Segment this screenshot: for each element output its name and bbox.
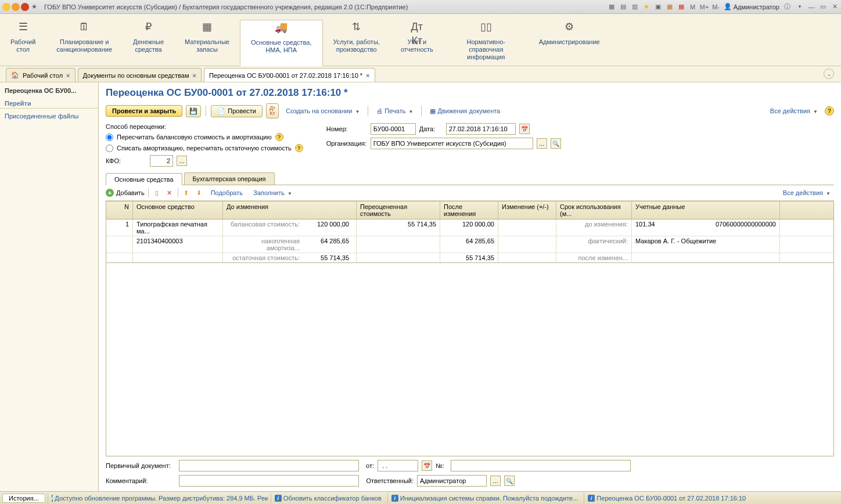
table-row[interactable]: остаточная стоимость:55 714,35 55 714,35… bbox=[106, 253, 833, 263]
grid-body[interactable]: 1 Типографская печатная ма... балансовая… bbox=[106, 219, 833, 456]
resp-open-button[interactable]: 🔍 bbox=[504, 476, 515, 486]
resp-input[interactable] bbox=[417, 475, 487, 487]
comment-input[interactable] bbox=[179, 475, 359, 487]
table-row[interactable]: 2101340400003 накопленная амортиза...64 … bbox=[106, 236, 833, 253]
org-input[interactable] bbox=[371, 138, 533, 149]
grid-icon[interactable]: ▦ bbox=[666, 3, 674, 11]
section-admin[interactable]: ⚙Администрирование bbox=[529, 20, 610, 66]
toolbar-icon[interactable]: ▤ bbox=[619, 3, 627, 11]
col-reval[interactable]: Переоцененная стоимость bbox=[357, 201, 440, 219]
m-minus-button[interactable]: M- bbox=[712, 3, 720, 11]
toolbar-icon[interactable]: ▣ bbox=[654, 3, 662, 11]
col-n[interactable]: N bbox=[106, 201, 133, 219]
post-button[interactable]: 📄Провести bbox=[211, 105, 263, 117]
grid-all-actions-button[interactable]: Все действия ▼ bbox=[779, 188, 834, 198]
date-label: Дата: bbox=[419, 125, 443, 132]
col-after[interactable]: После изменения bbox=[440, 201, 498, 219]
user-menu[interactable]: 👤 Администратор bbox=[724, 3, 779, 10]
col-acct[interactable]: Учетные данные bbox=[632, 201, 780, 219]
back-button[interactable] bbox=[12, 3, 20, 11]
m-plus-button[interactable]: M+ bbox=[700, 3, 709, 11]
add-button[interactable]: +Добавить bbox=[106, 189, 145, 197]
section-planning[interactable]: 🗓Планирование исанкционирование bbox=[46, 20, 123, 66]
tab-revaluation[interactable]: Переоценка ОС БУ00-0001 от 27.02.2018 17… bbox=[204, 68, 375, 82]
org-open-button[interactable]: 🔍 bbox=[551, 138, 561, 149]
delete-icon[interactable]: ✕ bbox=[165, 188, 174, 197]
num-input[interactable] bbox=[451, 460, 631, 471]
status-item[interactable]: iДоступно обновление программы. Размер д… bbox=[48, 493, 268, 503]
tab-close-icon[interactable]: × bbox=[193, 72, 196, 79]
inner-tab-accounting[interactable]: Бухгалтерская операция bbox=[184, 172, 275, 185]
number-input[interactable] bbox=[371, 123, 416, 135]
app-icon bbox=[2, 3, 10, 11]
calendar-icon[interactable]: ▦ bbox=[677, 3, 685, 11]
ot-date-input[interactable] bbox=[378, 460, 418, 471]
table-row[interactable]: 1 Типографская печатная ма... балансовая… bbox=[106, 219, 833, 236]
kfo-select-button[interactable]: … bbox=[177, 156, 187, 166]
status-item[interactable]: iПереоценка ОС БУ00-0001 от 27.02.2018 1… bbox=[584, 493, 749, 503]
minimize-button[interactable]: — bbox=[807, 3, 815, 11]
radio-writeoff-deprec[interactable] bbox=[106, 145, 113, 152]
section-desktop[interactable]: ☰Рабочийстол bbox=[0, 20, 46, 66]
all-actions-button[interactable]: Все действия ▼ bbox=[767, 106, 821, 116]
calendar-button[interactable]: 📅 bbox=[519, 124, 530, 134]
status-item[interactable]: iИнициализация системы справки. Пожалуйс… bbox=[387, 493, 582, 503]
select-button[interactable]: Подобрать bbox=[207, 188, 246, 198]
resp-select-button[interactable]: … bbox=[490, 476, 501, 486]
section-fixed-assets[interactable]: 🚚Основные средства,НМА, НПА bbox=[240, 20, 323, 66]
date-input[interactable] bbox=[446, 123, 516, 135]
tab-documents[interactable]: Документы по основным средствам × bbox=[78, 68, 202, 82]
star-icon[interactable]: ★ bbox=[642, 3, 650, 11]
help-icon[interactable]: ? bbox=[295, 144, 303, 152]
col-name[interactable]: Основное средство bbox=[133, 201, 223, 219]
close-button[interactable]: ✕ bbox=[831, 3, 839, 11]
toolbar-icon[interactable]: ▥ bbox=[631, 3, 639, 11]
sidebar-link-attachments[interactable]: Присоединенные файлы bbox=[0, 111, 98, 121]
move-down-icon[interactable]: ⬇ bbox=[195, 188, 204, 197]
primary-doc-input[interactable] bbox=[179, 460, 359, 471]
status-item[interactable]: iОбновить классификатор банков bbox=[271, 493, 385, 503]
section-money[interactable]: ₽Денежныесредства bbox=[123, 20, 174, 66]
info-icon[interactable]: ⓘ bbox=[783, 3, 791, 11]
chevron-down-icon: ▼ bbox=[813, 109, 818, 114]
m-button[interactable]: M bbox=[689, 3, 697, 11]
movements-button[interactable]: ▦ Движения документа bbox=[426, 106, 504, 117]
calendar-button[interactable]: 📅 bbox=[422, 460, 432, 471]
post-close-button[interactable]: Провести и закрыть bbox=[106, 105, 182, 117]
kfo-input[interactable] bbox=[150, 155, 173, 167]
help-icon[interactable]: ? bbox=[275, 133, 283, 141]
maximize-button[interactable]: ▭ bbox=[819, 3, 827, 11]
fill-button[interactable]: Заполнить ▼ bbox=[250, 188, 296, 198]
section-services[interactable]: ⇅Услуги, работы,производство bbox=[323, 20, 390, 66]
toolbar-icon[interactable]: ▦ bbox=[608, 3, 616, 11]
home-icon: 🏠 bbox=[11, 71, 19, 79]
col-before[interactable]: До изменения bbox=[223, 201, 357, 219]
help-button[interactable]: ? bbox=[825, 106, 834, 116]
section-reference[interactable]: ▯▯Нормативно-справочнаяинформация bbox=[444, 20, 529, 66]
forward-button[interactable] bbox=[21, 3, 29, 11]
dropdown-icon[interactable]: ▼ bbox=[796, 3, 804, 11]
col-change[interactable]: Изменение (+/-) bbox=[498, 201, 556, 219]
save-button[interactable]: 💾 bbox=[186, 105, 201, 117]
print-button[interactable]: 🖨 Печать ▼ bbox=[373, 106, 416, 116]
col-srok[interactable]: Срок использования (м... bbox=[556, 201, 632, 219]
resp-label: Ответственный: bbox=[362, 477, 414, 484]
radio-recalc-balance[interactable] bbox=[106, 134, 113, 141]
tab-close-icon[interactable]: × bbox=[366, 72, 369, 79]
tab-desktop[interactable]: 🏠 Рабочий стол × bbox=[6, 68, 76, 82]
org-select-button[interactable]: … bbox=[537, 138, 547, 149]
move-up-icon[interactable]: ⬆ bbox=[182, 188, 191, 197]
copy-icon[interactable]: ▯ bbox=[152, 188, 161, 197]
ot-label: от: bbox=[362, 462, 374, 469]
tabs-chevron-icon[interactable]: ⌄ bbox=[824, 69, 834, 79]
create-based-button[interactable]: Создать на основании ▼ bbox=[282, 106, 363, 116]
inner-tab-assets[interactable]: Основные средства bbox=[106, 173, 182, 185]
favorite-icon[interactable]: ★ bbox=[30, 3, 38, 11]
section-reporting[interactable]: ДтКтУчет иотчетность bbox=[390, 20, 444, 66]
dt-kt-button[interactable]: ДтКт bbox=[266, 103, 279, 118]
planning-icon: 🗓 bbox=[79, 20, 89, 34]
tab-close-icon[interactable]: × bbox=[66, 72, 70, 79]
section-materials[interactable]: ▦Материальныезапасы bbox=[174, 20, 240, 66]
history-button[interactable]: История... bbox=[2, 494, 45, 503]
title-bar: ★ ГОБУ ВПО Университет искусств (Субсиди… bbox=[0, 0, 841, 14]
